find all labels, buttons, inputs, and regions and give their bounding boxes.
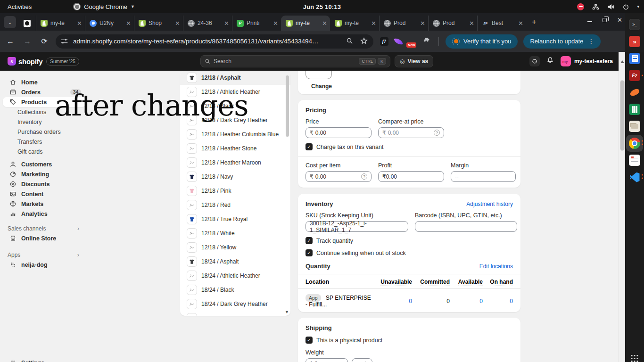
variant-list-item[interactable]: 12/18 / True Royal — [180, 212, 290, 226]
bookmark-star-icon[interactable] — [360, 37, 369, 46]
new-tab-button[interactable]: + — [528, 16, 540, 28]
browser-tab[interactable]: 24-36 ✕ — [183, 16, 232, 31]
variant-list-item[interactable]: 12/18 / Red — [180, 198, 290, 212]
address-bar[interactable]: admin.shopify.com/store/my-test-esfera/p… — [56, 34, 373, 49]
font-extension-icon[interactable]: f? — [380, 37, 388, 46]
new-extension-icon[interactable]: New — [408, 37, 417, 46]
dock-app-icon[interactable] — [626, 135, 643, 152]
kebab-menu-icon[interactable]: ⋮ — [588, 38, 594, 45]
store-account[interactable]: my- my-test-esfera — [561, 56, 613, 66]
edition-badge[interactable]: Summer '25 — [46, 58, 79, 66]
browser-tab[interactable]: U2Ny ✕ — [85, 16, 134, 31]
sidebar-item-settings[interactable]: Settings — [3, 358, 86, 362]
column-on-hand[interactable]: On hand — [483, 279, 513, 285]
zoom-icon[interactable] — [346, 37, 355, 46]
verify-identity-button[interactable]: Verify that it's you — [446, 34, 518, 49]
variant-list-scrollbar[interactable] — [286, 75, 289, 137]
dock-app-icon[interactable] — [626, 84, 643, 101]
browser-tab[interactable]: JF Best ✕ — [477, 16, 526, 31]
physical-product-checkbox[interactable]: ✓ — [305, 337, 313, 344]
tab-close-icon[interactable]: ✕ — [175, 20, 180, 26]
help-icon[interactable]: ? — [434, 130, 440, 136]
relaunch-to-update-button[interactable]: Relaunch to update ⋮ — [523, 34, 601, 49]
scroll-up-icon[interactable] — [620, 60, 624, 63]
help-icon[interactable]: ? — [361, 173, 367, 180]
browser-tab[interactable]: P Printi ✕ — [232, 16, 281, 31]
sidebar-item[interactable]: Purchase orders — [3, 127, 86, 137]
extensions-puzzle-icon[interactable] — [423, 36, 431, 47]
sidebar-item[interactable]: Discounts — [3, 179, 86, 189]
sidebar-item[interactable]: Transfers — [3, 137, 86, 147]
volume-icon[interactable] — [607, 3, 614, 10]
variant-list-item[interactable]: 12/18 / Heather Columbia Blue — [180, 127, 290, 141]
change-image-button[interactable]: Change — [311, 83, 332, 90]
edit-locations-link[interactable]: Edit locations — [479, 263, 513, 270]
reload-button[interactable]: ⟳ — [38, 35, 51, 48]
sales-channels-header[interactable]: Sales channels › — [3, 223, 86, 233]
app-menu[interactable]: Google Chrome ▼ — [73, 3, 135, 10]
variant-list-item[interactable]: 18/24 / Dark Grey Heather — [180, 297, 290, 311]
forward-button[interactable]: → — [21, 35, 34, 48]
browser-tab[interactable]: Prod ✕ — [379, 16, 428, 31]
browser-tab[interactable]: Prod ✕ — [428, 16, 477, 31]
browser-tab[interactable]: my-te ✕ — [330, 16, 379, 31]
cost-input[interactable]: ₹0.00? — [305, 171, 372, 182]
back-button[interactable]: ← — [4, 35, 17, 48]
do-not-disturb-icon[interactable] — [577, 3, 584, 10]
tab-close-icon[interactable]: ✕ — [469, 20, 474, 26]
tab-search-button[interactable]: ⌄ — [4, 16, 16, 28]
activities-button[interactable]: Activities — [8, 3, 32, 10]
sidebar-item[interactable]: Gift cards — [3, 147, 86, 156]
unavailable-value[interactable]: 0 — [374, 298, 412, 304]
show-applications-icon[interactable] — [631, 355, 633, 356]
variant-list-item[interactable]: 12/18 / Heather Maroon — [180, 156, 290, 170]
sidebar-item[interactable]: Analytics — [3, 209, 86, 219]
dock-app-icon[interactable] — [626, 169, 643, 186]
charge-tax-checkbox[interactable]: ✓ — [305, 143, 313, 150]
variant-list-item[interactable]: 12/18 / Asphalt — [180, 71, 290, 85]
dock-app-icon[interactable] — [626, 101, 643, 118]
variant-list-item[interactable]: 12/18 / Yellow — [180, 240, 290, 255]
margin-input[interactable]: -- — [451, 171, 516, 182]
apps-header[interactable]: Apps › — [3, 250, 86, 260]
variant-list-item[interactable]: 12/18 / Pink — [180, 184, 290, 198]
barcode-input[interactable] — [415, 221, 517, 232]
dock-app-icon[interactable]: >_ — [626, 16, 643, 33]
sidebar-item-app[interactable]: neija-dog — [3, 260, 86, 270]
browser-tab[interactable]: my-te ✕ — [281, 16, 330, 31]
restore-button[interactable] — [603, 18, 607, 22]
url-text[interactable]: admin.shopify.com/store/my-test-esfera/p… — [73, 38, 340, 45]
column-committed[interactable]: Committed — [412, 279, 450, 285]
tab-close-icon[interactable]: ✕ — [371, 20, 376, 26]
minimize-button[interactable] — [587, 21, 592, 22]
track-quantity-checkbox[interactable]: ✓ — [305, 237, 313, 244]
tab-close-icon[interactable]: ✕ — [224, 20, 229, 26]
on-hand-value[interactable]: 0 — [483, 298, 513, 304]
tab-close-icon[interactable]: ✕ — [126, 20, 131, 26]
support-icon[interactable] — [529, 56, 540, 66]
variant-list-item[interactable]: 12/18 / Heather Stone — [180, 141, 290, 156]
variant-list-item[interactable]: 18/24 / Athletic Heather — [180, 269, 290, 283]
dock-app-icon[interactable]: » — [626, 33, 643, 50]
dock-app-icon[interactable]: Fz — [626, 67, 643, 84]
chevron-down-icon[interactable]: ▾ — [637, 4, 639, 9]
weight-unit-select[interactable]: oz — [352, 358, 372, 362]
weight-input[interactable]: 1.6 — [305, 358, 348, 362]
sidebar-item[interactable]: Home — [3, 77, 86, 87]
column-unavailable[interactable]: Unavailable — [374, 279, 412, 285]
tab-close-icon[interactable]: ✕ — [518, 20, 523, 26]
tab-close-icon[interactable]: ✕ — [273, 20, 278, 26]
browser-tab[interactable]: my-te ✕ — [36, 16, 85, 31]
clock[interactable]: Jun 25 10:13 — [303, 3, 341, 10]
column-available[interactable]: Available — [450, 279, 483, 285]
variant-list-item[interactable]: 18/24 / Black — [180, 283, 290, 297]
dock-app-icon[interactable] — [626, 152, 643, 169]
variant-list-item[interactable]: 18/24 / Heather Columbia Blue — [180, 311, 290, 316]
variant-list-item[interactable]: 12/18 / White — [180, 226, 290, 240]
scrollbar-thumb[interactable] — [620, 80, 625, 151]
notifications-bell-icon[interactable] — [546, 57, 554, 66]
network-icon[interactable] — [592, 3, 599, 10]
sku-input[interactable]: 3001B-12_-Asp25-1_i-1_SIMILAR_1_7 — [305, 221, 408, 232]
browser-tab[interactable]: ✕ — [19, 16, 36, 31]
price-input[interactable]: ₹0.00 — [305, 127, 372, 138]
